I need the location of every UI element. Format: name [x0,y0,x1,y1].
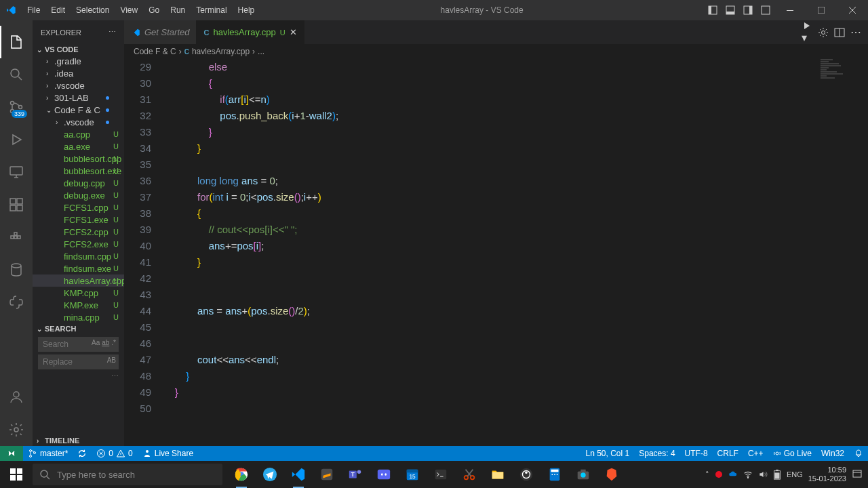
start-button[interactable] [0,461,33,488]
menu-file[interactable]: File [22,5,45,15]
sync-button[interactable] [73,446,92,461]
preserve-case-icon[interactable]: AB [107,357,116,364]
breadcrumb[interactable]: Code F & C › C havlesArray.cpp › ... [124,44,868,59]
regex-icon[interactable]: .* [111,339,116,346]
indentation[interactable]: Spaces: 4 [634,446,679,461]
problems-button[interactable]: 0 0 [92,446,137,461]
layout-panel-right-icon[interactable] [739,0,757,20]
workspace-header[interactable]: ⌄ VS CODE [33,44,124,55]
app-brave[interactable] [598,461,625,488]
timeline-header[interactable]: › TIMELINE [33,435,124,446]
app-telegram[interactable] [256,461,283,488]
tree-item[interactable]: KMP.exeU [33,299,124,311]
layout-panel-bottom-icon[interactable] [722,0,739,20]
minimap[interactable] [821,59,861,140]
code-editor[interactable]: 2930313233343536373839404142434445464748… [124,59,868,446]
app-camera[interactable] [570,461,597,488]
app-calendar[interactable]: 15 [399,461,426,488]
layout-panel-left-icon[interactable] [704,0,722,20]
tree-item[interactable]: ›301-LAB [33,92,124,104]
tree-item[interactable]: findsum.exeU [33,262,124,274]
notifications-button[interactable] [849,446,868,461]
tree-item[interactable]: mina.cppU [33,311,124,323]
breadcrumb-ellipsis[interactable]: ... [258,47,264,56]
run-dropdown-icon[interactable]: ▾ [802,20,812,44]
activity-search[interactable] [0,58,33,91]
tree-item[interactable]: ›.vscode [33,116,124,128]
more-icon[interactable]: ⋯ [108,28,116,37]
app-chrome[interactable] [228,461,255,488]
activity-extensions[interactable] [0,188,33,221]
tray-chevron-icon[interactable]: ˄ [705,470,709,479]
match-word-icon[interactable]: ab [102,339,109,346]
activity-explorer[interactable] [0,26,33,58]
minimize-button[interactable] [774,0,806,20]
search-section-header[interactable]: ⌄ SEARCH [33,323,124,334]
tree-item[interactable]: aa.exeU [33,140,124,152]
tree-item[interactable]: bubblesort.exeU [33,165,124,177]
tray-battery-icon[interactable] [773,469,781,480]
app-snip[interactable] [456,461,483,488]
tab-get-started[interactable]: Get Started [124,20,197,44]
app-discord[interactable] [370,461,397,488]
tray-onedrive-icon[interactable] [728,470,738,479]
tree-item[interactable]: findsum.cppU [33,250,124,262]
liveshare-button[interactable]: Live Share [138,446,198,461]
app-terminal[interactable] [427,461,454,488]
menu-selection[interactable]: Selection [71,5,115,15]
app-files[interactable] [484,461,511,488]
tab-current-file[interactable]: C havlesArray.cpp U ✕ [197,20,304,44]
platform[interactable]: Win32 [816,446,849,461]
eol[interactable]: CRLF [713,446,743,461]
menu-go[interactable]: Go [143,5,165,15]
tree-item[interactable]: FCFS2.exeU [33,238,124,250]
breadcrumb-file[interactable]: havlesArray.cpp [192,47,250,56]
app-teams[interactable]: T [342,461,369,488]
more-search-icon[interactable]: ⋯ [38,372,119,381]
menu-run[interactable]: Run [165,5,191,15]
git-branch[interactable]: master* [23,446,73,461]
menu-help[interactable]: Help [233,5,260,15]
activity-database[interactable] [0,253,33,286]
tree-item[interactable]: ⌄Code F & C [33,104,124,116]
taskbar-search[interactable]: Type here to search [33,464,222,485]
split-editor-icon[interactable] [834,27,845,38]
remote-button[interactable] [0,446,23,461]
activity-source-control[interactable]: 339 [0,91,33,123]
tree-item[interactable]: ›.vscode [33,79,124,92]
go-live-button[interactable]: Go Live [768,446,816,461]
tray-notifications-icon[interactable] [852,469,863,480]
menu-view[interactable]: View [115,5,143,15]
app-calc[interactable] [541,461,568,488]
tree-item[interactable]: FCFS1.exeU [33,214,124,226]
tree-item[interactable]: aa.cppU [33,128,124,140]
system-tray[interactable]: ˄ ENG 10:59 15-01-2023 [700,466,868,483]
tree-item[interactable]: havlesArray.cppU [33,274,124,287]
activity-run-debug[interactable] [0,123,33,156]
app-obs[interactable] [513,461,540,488]
match-case-icon[interactable]: Aa [92,339,100,346]
language-mode[interactable]: C++ [743,446,768,461]
activity-remote-explorer[interactable] [0,156,33,188]
tree-item[interactable]: debug.exeU [33,189,124,201]
tree-item[interactable]: FCFS2.cppU [33,226,124,238]
tree-item[interactable]: ›.gradle [33,55,124,67]
activity-python[interactable] [0,286,33,319]
layout-customize-icon[interactable] [757,0,774,20]
activity-accounts[interactable] [0,381,33,413]
tray-clock[interactable]: 10:59 15-01-2023 [808,466,846,483]
debug-settings-icon[interactable] [818,27,829,38]
code-content[interactable]: else { if(arr[i]<=n) pos.push_back(i+1-w… [163,59,868,446]
encoding[interactable]: UTF-8 [680,446,713,461]
more-actions-icon[interactable]: ⋯ [850,26,861,39]
breadcrumb-folder[interactable]: Code F & C [134,47,176,56]
tray-lang[interactable]: ENG [787,470,803,479]
menu-terminal[interactable]: Terminal [191,5,232,15]
maximize-button[interactable] [806,0,837,20]
app-vscode[interactable] [285,461,312,488]
tree-item[interactable]: bubblesort.cppU [33,152,124,165]
tree-item[interactable]: FCFS1.cppU [33,201,124,214]
close-button[interactable] [837,0,868,20]
tray-rec-icon[interactable] [715,470,723,479]
app-sublime[interactable] [313,461,340,488]
